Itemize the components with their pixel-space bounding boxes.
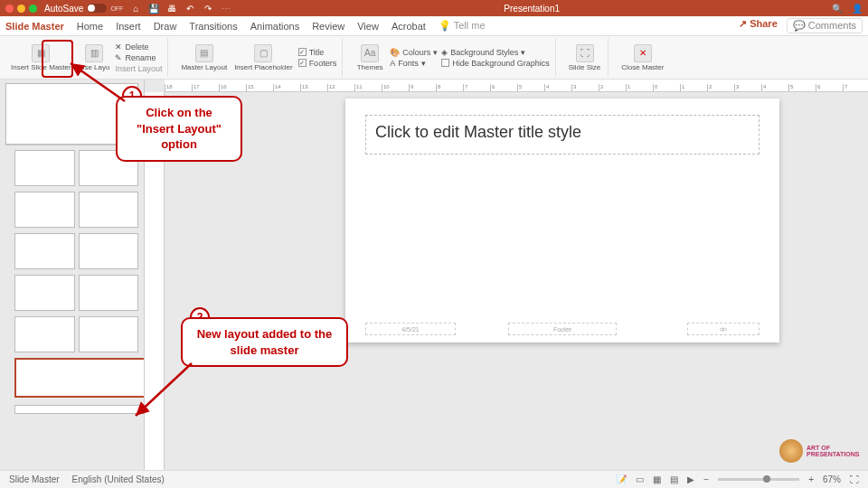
master-layout-icon: ▤ [195, 44, 213, 62]
layout-thumbnail[interactable] [14, 405, 145, 414]
layout-thumbnail[interactable] [79, 233, 139, 269]
insert-placeholder-button[interactable]: ▢Insert Placeholder [232, 38, 294, 77]
annotation-callout-2: New layout added to the slide master [181, 317, 348, 367]
editing-canvas: 1817161514131211109876543210123456789101… [145, 80, 868, 470]
themes-button[interactable]: AaThemes [354, 38, 386, 77]
tab-tell-me[interactable]: 💡 Tell me [439, 20, 486, 32]
layout-thumbnail[interactable] [79, 275, 139, 311]
slide-number-placeholder[interactable]: ‹#› [687, 323, 760, 335]
zoom-out-button[interactable]: − [703, 474, 709, 484]
share-button[interactable]: ↗ Share [739, 18, 778, 33]
title-checkbox[interactable]: ✓Title [298, 48, 337, 57]
slide-layout[interactable]: Click to edit Master title style 4/5/21 … [345, 99, 779, 343]
layout-thumbnail[interactable] [14, 316, 75, 352]
footer-placeholder[interactable]: Footer [508, 323, 617, 335]
slide-size-icon: ⛶ [576, 44, 594, 62]
insert-layout-label: Insert Layout [115, 64, 162, 73]
layout-thumbnail[interactable] [14, 150, 75, 186]
autosave-state: OFF [110, 5, 123, 12]
tab-acrobat[interactable]: Acrobat [392, 21, 426, 32]
delete-icon: ✕ [115, 42, 122, 52]
watermark-logo: ART OF PRESENTATIONS [779, 437, 861, 465]
rename-icon: ✎ [115, 53, 122, 62]
account-icon[interactable]: 👤 [852, 4, 863, 14]
master-layout-button[interactable]: ▤Master Layout [179, 38, 229, 77]
title-placeholder[interactable]: Click to edit Master title style [365, 115, 760, 155]
hide-background-checkbox[interactable]: Hide Background Graphics [441, 59, 550, 68]
reading-view-icon[interactable]: ▤ [670, 474, 678, 484]
status-mode: Slide Master [9, 474, 60, 484]
normal-view-icon[interactable]: ▭ [636, 474, 644, 484]
close-window-icon[interactable] [5, 5, 14, 13]
print-icon[interactable]: 🖶 [166, 3, 177, 14]
status-language[interactable]: English (United States) [72, 474, 165, 484]
sorter-view-icon[interactable]: ▦ [653, 474, 661, 484]
footers-checkbox[interactable]: ✓Footers [298, 59, 337, 68]
delete-button[interactable]: ✕Delete [115, 42, 162, 52]
insert-layout-button[interactable]: ▥Inse Layo [77, 38, 112, 77]
more-icon[interactable]: ⋯ [221, 3, 231, 14]
fonts-icon: A [390, 59, 395, 68]
document-title: Presentation1 [231, 4, 832, 14]
checkbox-icon: ✓ [298, 48, 307, 56]
close-master-button[interactable]: ✕Close Master [619, 38, 665, 77]
autosave-toggle[interactable]: AutoSave OFF [44, 4, 123, 14]
autosave-switch-icon[interactable] [87, 4, 107, 13]
layout-thumbnail-selected[interactable] [14, 358, 145, 398]
checkbox-icon [441, 59, 449, 67]
rename-button[interactable]: ✎Rename [115, 53, 162, 62]
layout-thumbnail[interactable] [79, 316, 139, 352]
tab-draw[interactable]: Draw [154, 21, 177, 32]
layout-thumbnail[interactable] [14, 275, 75, 311]
colours-dropdown[interactable]: 🎨Colours ▾ [390, 48, 438, 57]
tab-view[interactable]: View [357, 21, 379, 32]
checkbox-icon: ✓ [298, 59, 307, 67]
tab-transitions[interactable]: Transitions [189, 21, 237, 32]
autosave-label: AutoSave [44, 4, 83, 14]
ribbon-tabs: Slide Master Home Insert Draw Transition… [0, 16, 868, 36]
layout-icon: ▥ [85, 44, 103, 62]
colours-icon: 🎨 [390, 48, 400, 57]
layout-thumbnail[interactable] [14, 192, 75, 228]
themes-icon: Aa [361, 44, 379, 62]
layout-thumbnail[interactable] [14, 233, 75, 269]
minimize-window-icon[interactable] [17, 5, 25, 13]
search-icon[interactable]: 🔍 [832, 4, 843, 14]
slide-size-button[interactable]: ⛶Slide Size [567, 38, 603, 77]
highlight-insert-layout [42, 40, 73, 78]
tab-home[interactable]: Home [77, 21, 103, 32]
redo-icon[interactable]: ↷ [203, 3, 213, 14]
home-icon[interactable]: ⌂ [130, 3, 141, 14]
titlebar: AutoSave OFF ⌂ 💾 🖶 ↶ ↷ ⋯ Presentation1 🔍… [0, 0, 868, 16]
tab-slide-master[interactable]: Slide Master [5, 21, 64, 32]
undo-icon[interactable]: ↶ [184, 3, 195, 14]
close-icon: ✕ [634, 44, 652, 62]
zoom-in-button[interactable]: + [808, 474, 814, 484]
window-controls[interactable] [5, 5, 37, 13]
zoom-slider[interactable] [718, 478, 799, 481]
placeholder-icon: ▢ [254, 44, 272, 62]
zoom-percent[interactable]: 67% [823, 474, 841, 484]
tab-animations[interactable]: Animations [250, 21, 299, 32]
background-styles-dropdown[interactable]: ◈ Background Styles ▾ [441, 48, 550, 57]
notes-button[interactable]: 📝 [616, 474, 627, 484]
logo-text: ART OF PRESENTATIONS [807, 445, 859, 457]
slideshow-view-icon[interactable]: ▶ [687, 474, 694, 484]
quick-access-toolbar: ⌂ 💾 🖶 ↶ ↷ ⋯ [130, 3, 231, 14]
tab-insert[interactable]: Insert [116, 21, 141, 32]
maximize-window-icon[interactable] [29, 5, 37, 13]
layout-thumbnail[interactable] [79, 192, 139, 228]
fit-to-window-icon[interactable]: ⛶ [850, 474, 859, 484]
annotation-callout-1: Click on the "Insert Layout" option [116, 96, 242, 162]
horizontal-ruler: 1817161514131211109876543210123456789101… [165, 80, 868, 92]
ribbon: ▦Insert Slide Master ▥Inse Layo ✕Delete … [0, 36, 868, 80]
tab-review[interactable]: Review [312, 21, 344, 32]
date-placeholder[interactable]: 4/5/21 [365, 323, 456, 335]
fonts-dropdown[interactable]: AFonts ▾ [390, 59, 438, 68]
status-bar: Slide Master English (United States) 📝 ▭… [0, 470, 868, 488]
comments-button[interactable]: 💬 Comments [787, 18, 863, 33]
logo-icon [779, 439, 803, 463]
save-icon[interactable]: 💾 [148, 3, 159, 14]
